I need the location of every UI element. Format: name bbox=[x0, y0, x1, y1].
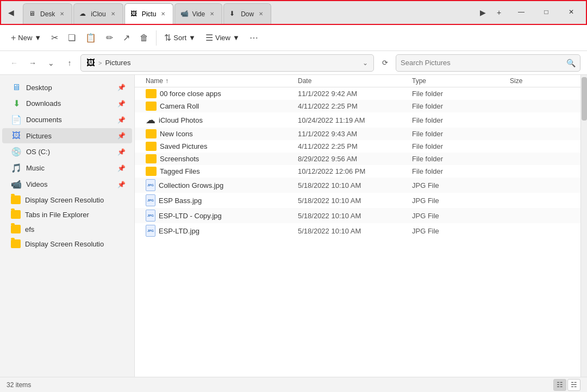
tab-close-icloud[interactable]: ✕ bbox=[109, 10, 117, 18]
tab-nav-prev[interactable]: ◀ bbox=[1, 1, 21, 24]
table-row[interactable]: ☁ iCloud Photos 10/24/2022 11:19 AM File… bbox=[135, 112, 580, 128]
tab-close-desktop[interactable]: ✕ bbox=[58, 10, 66, 18]
sidebar-label-music: Music bbox=[26, 164, 113, 172]
table-row[interactable]: 00 force close apps 11/1/2022 9:42 AM Fi… bbox=[135, 87, 580, 100]
sort-button[interactable]: ⇅ Sort ▼ bbox=[160, 30, 200, 46]
file-date-cell: 5/18/2022 10:10 AM bbox=[298, 181, 412, 189]
column-header-name[interactable]: Name ↑ bbox=[135, 77, 298, 85]
file-date-cell: 4/11/2022 2:25 PM bbox=[298, 102, 412, 110]
recent-button[interactable]: ⌄ bbox=[43, 55, 59, 71]
file-type-cell: JPG File bbox=[412, 181, 510, 189]
sidebar-label-documents: Documents bbox=[26, 116, 113, 124]
address-path[interactable]: 🖼 > Pictures ⌄ bbox=[80, 54, 374, 72]
file-date-cell: 4/11/2022 2:25 PM bbox=[298, 142, 412, 150]
up-button[interactable]: ↑ bbox=[62, 55, 77, 71]
tab-label-downloads: Dow bbox=[241, 10, 254, 18]
pictures-sidebar-icon: 🖼 bbox=[11, 131, 22, 141]
prev-tab-button[interactable]: ◀ bbox=[3, 5, 18, 20]
column-header-size[interactable]: Size bbox=[510, 77, 580, 85]
file-type-cell: File folder bbox=[412, 116, 510, 124]
search-input[interactable] bbox=[401, 59, 563, 67]
icloud-tab-icon: ☁ bbox=[79, 10, 88, 18]
more-button[interactable]: ⋯ bbox=[245, 30, 263, 46]
scroll-thumb[interactable] bbox=[582, 77, 587, 121]
sidebar-label-efs: efs bbox=[25, 225, 126, 233]
tab-pictures[interactable]: 🖼 Pictu ✕ bbox=[124, 3, 174, 24]
file-date-cell: 11/1/2022 9:42 AM bbox=[298, 90, 412, 98]
column-header-date[interactable]: Date bbox=[298, 77, 412, 85]
new-icon: + bbox=[11, 33, 16, 43]
sidebar-item-display2[interactable]: Display Screen Resolutio bbox=[2, 237, 132, 251]
pin-icon-downloads: 📌 bbox=[117, 100, 126, 108]
play-tab-button[interactable]: ▶ bbox=[475, 5, 490, 20]
table-row[interactable]: JPG ESP-LTD - Copy.jpg 5/18/2022 10:10 A… bbox=[135, 208, 580, 223]
copy-icon: ❏ bbox=[68, 33, 76, 43]
delete-button[interactable]: 🗑 bbox=[135, 30, 153, 46]
file-name-cell: Saved Pictures bbox=[135, 142, 298, 151]
sidebar-label-downloads: Downloads bbox=[26, 99, 113, 108]
close-button[interactable]: ✕ bbox=[559, 3, 584, 21]
forward-button[interactable]: → bbox=[25, 55, 40, 71]
share-button[interactable]: ↗ bbox=[118, 30, 134, 46]
new-tab-button[interactable]: + bbox=[491, 5, 507, 20]
file-name: ESP-LTD - Copy.jpg bbox=[159, 212, 222, 220]
tab-close-downloads[interactable]: ✕ bbox=[257, 10, 265, 18]
sidebar-item-downloads[interactable]: ⬇ Downloads 📌 bbox=[2, 96, 132, 111]
sidebar-item-videos[interactable]: 📹 Videos 📌 bbox=[2, 176, 132, 192]
minimize-button[interactable]: — bbox=[509, 3, 534, 21]
scroll-track[interactable] bbox=[580, 75, 587, 377]
table-row[interactable]: Screenshots 8/29/2022 9:56 AM File folde… bbox=[135, 153, 580, 165]
details-view-button[interactable]: ☷ bbox=[553, 379, 566, 391]
table-row[interactable]: JPG ESP Bass.jpg 5/18/2022 10:10 AM JPG … bbox=[135, 193, 580, 208]
file-type-cell: JPG File bbox=[412, 212, 510, 220]
table-row[interactable]: JPG Collection Grows.jpg 5/18/2022 10:10… bbox=[135, 178, 580, 193]
folder-icon bbox=[11, 225, 21, 233]
column-type-label: Type bbox=[412, 77, 426, 85]
sidebar-item-documents[interactable]: 📄 Documents 📌 bbox=[2, 112, 132, 128]
copy-button[interactable]: ❏ bbox=[64, 30, 80, 46]
file-type-cell: File folder bbox=[412, 155, 510, 163]
sidebar-item-efs[interactable]: efs bbox=[2, 222, 132, 236]
new-button[interactable]: + New ▼ bbox=[7, 30, 46, 46]
sidebar-item-pictures[interactable]: 🖼 Pictures 📌 bbox=[2, 128, 132, 143]
sidebar-item-display1[interactable]: Display Screen Resolutio bbox=[2, 193, 132, 207]
sidebar-item-music[interactable]: 🎵 Music 📌 bbox=[2, 160, 132, 176]
sidebar-item-desktop[interactable]: 🖥 Desktop 📌 bbox=[2, 80, 132, 95]
tab-downloads[interactable]: ⬇ Dow ✕ bbox=[223, 3, 271, 24]
tab-close-pictures[interactable]: ✕ bbox=[159, 10, 167, 18]
column-header-type[interactable]: Type bbox=[412, 77, 510, 85]
view-label: View bbox=[215, 34, 230, 42]
tab-close-videos[interactable]: ✕ bbox=[208, 10, 216, 18]
rename-button[interactable]: ✏ bbox=[102, 30, 117, 46]
title-bar: ◀ 🖥 Desk ✕ ☁ iClou ✕ 🖼 Pictu ✕ 📹 Vide ✕ … bbox=[0, 0, 587, 25]
tab-icloud[interactable]: ☁ iClou ✕ bbox=[73, 3, 123, 24]
tab-strip: 🖥 Desk ✕ ☁ iClou ✕ 🖼 Pictu ✕ 📹 Vide ✕ ⬇ … bbox=[21, 1, 473, 24]
tab-desktop[interactable]: 🖥 Desk ✕ bbox=[23, 3, 72, 24]
path-chevron-icon: ⌄ bbox=[363, 59, 368, 67]
table-row[interactable]: Camera Roll 4/11/2022 2:25 PM File folde… bbox=[135, 100, 580, 112]
file-name: Collection Grows.jpg bbox=[159, 181, 223, 189]
pin-icon-pictures: 📌 bbox=[117, 132, 126, 140]
table-row[interactable]: Tagged Files 10/12/2022 12:06 PM File fo… bbox=[135, 165, 580, 178]
maximize-button[interactable]: □ bbox=[534, 3, 559, 21]
view-button[interactable]: ☰ View ▼ bbox=[201, 30, 244, 46]
sidebar-label-os: OS (C:) bbox=[26, 148, 113, 156]
cut-button[interactable]: ✂ bbox=[47, 30, 63, 46]
paste-button[interactable]: 📋 bbox=[81, 30, 101, 46]
jpg-file-icon: JPG bbox=[146, 179, 155, 191]
table-row[interactable]: JPG ESP-LTD.jpg 5/18/2022 10:10 AM JPG F… bbox=[135, 223, 580, 238]
sidebar-item-os[interactable]: 💿 OS (C:) 📌 bbox=[2, 144, 132, 160]
table-header: Name ↑ Date Type Size bbox=[135, 75, 580, 87]
search-box[interactable]: 🔍 bbox=[396, 54, 580, 72]
file-name: New Icons bbox=[160, 130, 193, 138]
sidebar-item-tabs[interactable]: Tabs in File Explorer bbox=[2, 207, 132, 222]
sidebar-label-videos: Videos bbox=[26, 180, 113, 188]
file-type-cell: File folder bbox=[412, 130, 510, 138]
tiles-view-button[interactable]: ☵ bbox=[567, 379, 580, 391]
file-name-cell: Screenshots bbox=[135, 154, 298, 163]
tab-videos[interactable]: 📹 Vide ✕ bbox=[174, 3, 222, 24]
refresh-button[interactable]: ⟳ bbox=[377, 55, 392, 71]
table-row[interactable]: New Icons 11/1/2022 9:43 AM File folder bbox=[135, 128, 580, 140]
table-row[interactable]: Saved Pictures 4/11/2022 2:25 PM File fo… bbox=[135, 140, 580, 153]
back-button[interactable]: ← bbox=[7, 55, 22, 71]
